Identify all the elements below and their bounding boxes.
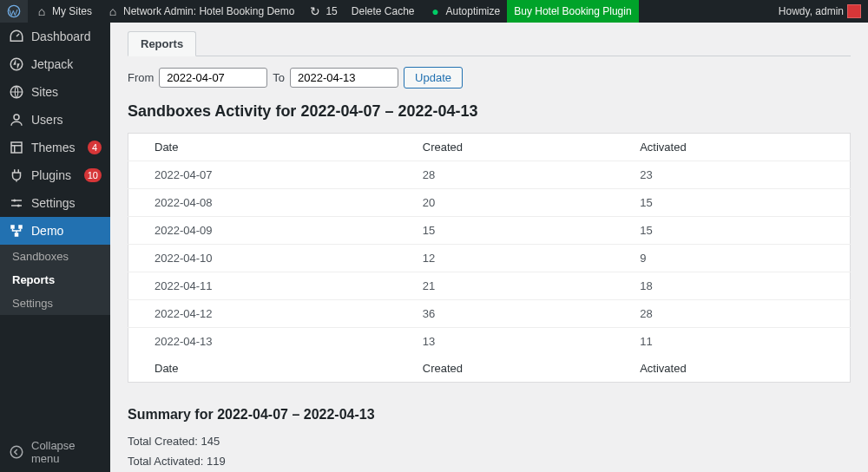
- table-row: 2022-04-123628: [128, 300, 851, 328]
- collapse-menu[interactable]: Collapse menu: [0, 432, 110, 472]
- cell-activated: 15: [614, 189, 850, 217]
- sidebar-item-label: Demo: [31, 224, 102, 238]
- sidebar-item-demo[interactable]: Demo: [0, 217, 110, 245]
- svg-point-10: [10, 446, 23, 458]
- wordpress-icon: [7, 4, 21, 18]
- howdy-text: Howdy, admin: [779, 5, 844, 17]
- cell-date: 2022-04-13: [128, 328, 397, 356]
- update-badge: 4: [88, 141, 102, 154]
- update-button[interactable]: Update: [404, 67, 463, 88]
- svg-point-6: [17, 205, 20, 207]
- sidebar-item-dashboard[interactable]: Dashboard: [0, 23, 110, 50]
- summary-heading: Summary for 2022-04-07 – 2022-04-13: [128, 407, 851, 423]
- foot-activated: Activated: [614, 355, 850, 383]
- svg-rect-8: [18, 225, 23, 229]
- cell-activated: 18: [614, 272, 850, 300]
- table-row: 2022-04-112118: [128, 272, 851, 300]
- cell-created: 12: [397, 245, 614, 272]
- sidebar-item-users[interactable]: Users: [0, 106, 110, 134]
- tab-reports[interactable]: Reports: [128, 31, 196, 56]
- table-row: 2022-04-082015: [128, 189, 851, 217]
- demo-icon: [9, 223, 24, 239]
- cell-date: 2022-04-07: [128, 161, 397, 189]
- col-created[interactable]: Created: [397, 134, 614, 161]
- cell-created: 21: [397, 272, 614, 300]
- sidebar-item-settings[interactable]: Settings: [0, 189, 110, 217]
- delete-cache[interactable]: Delete Cache: [345, 0, 422, 23]
- home-icon: ⌂: [106, 4, 120, 18]
- foot-created: Created: [397, 355, 614, 383]
- table-row: 2022-04-131311: [128, 328, 851, 356]
- svg-point-1: [10, 58, 23, 70]
- users-icon: [9, 112, 24, 128]
- svg-rect-4: [11, 142, 22, 153]
- cell-date: 2022-04-12: [128, 300, 397, 328]
- sidebar-item-sites[interactable]: Sites: [0, 78, 110, 106]
- cell-activated: 28: [614, 300, 850, 328]
- jetpack-icon: [9, 56, 24, 72]
- autoptimize[interactable]: ●Autoptimize: [422, 0, 508, 23]
- total-created: Total Created: 145: [128, 435, 851, 448]
- col-activated[interactable]: Activated: [614, 134, 850, 161]
- wp-logo[interactable]: [0, 0, 28, 23]
- sidebar-item-label: Sites: [31, 85, 102, 99]
- refresh-icon: ↻: [308, 4, 322, 18]
- sidebar-item-label: Users: [31, 113, 102, 127]
- cell-date: 2022-04-08: [128, 189, 397, 217]
- sidebar-item-plugins[interactable]: Plugins10: [0, 161, 110, 189]
- settings-icon: [9, 195, 24, 211]
- sidebar-item-label: Settings: [31, 196, 102, 210]
- network-admin[interactable]: ⌂Network Admin: Hotel Booking Demo: [99, 0, 301, 23]
- admin-sidebar: Dashboard Jetpack Sites Users Themes4 Pl…: [0, 23, 110, 472]
- cell-date: 2022-04-09: [128, 217, 397, 245]
- themes-icon: [9, 140, 24, 155]
- cell-date: 2022-04-10: [128, 245, 397, 272]
- sidebar-item-label: Jetpack: [31, 57, 102, 71]
- cell-created: 15: [397, 217, 614, 245]
- revisions-count: 15: [326, 5, 337, 17]
- cell-activated: 15: [614, 217, 850, 245]
- plugins-icon: [9, 167, 24, 183]
- svg-rect-7: [10, 225, 15, 229]
- sites-icon: ⌂: [35, 4, 49, 18]
- submenu-settings[interactable]: Settings: [0, 292, 110, 315]
- my-sites-label: My Sites: [52, 5, 92, 17]
- submenu-sandboxes[interactable]: Sandboxes: [0, 245, 110, 268]
- from-input[interactable]: [159, 68, 267, 88]
- activity-table: Date Created Activated 2022-04-072823202…: [128, 133, 851, 383]
- cell-activated: 11: [614, 328, 850, 356]
- sidebar-item-themes[interactable]: Themes4: [0, 134, 110, 161]
- revisions[interactable]: ↻15: [301, 0, 344, 23]
- buy-plugin-label: Buy Hotel Booking Plugin: [514, 5, 631, 17]
- cell-activated: 23: [614, 161, 850, 189]
- foot-date: Date: [128, 355, 397, 383]
- from-label: From: [128, 71, 154, 84]
- col-date[interactable]: Date: [128, 134, 397, 161]
- main-content: Reports From To Update Sandboxes Activit…: [110, 23, 868, 472]
- avatar: [847, 4, 861, 18]
- account-menu[interactable]: Howdy, admin: [772, 0, 868, 23]
- cell-date: 2022-04-11: [128, 272, 397, 300]
- sidebar-item-jetpack[interactable]: Jetpack: [0, 50, 110, 78]
- admin-shell: Dashboard Jetpack Sites Users Themes4 Pl…: [0, 23, 868, 472]
- table-row: 2022-04-091515: [128, 217, 851, 245]
- to-input[interactable]: [290, 68, 398, 88]
- my-sites[interactable]: ⌂My Sites: [28, 0, 99, 23]
- to-label: To: [273, 71, 285, 84]
- submenu-reports[interactable]: Reports: [0, 268, 110, 292]
- svg-rect-9: [15, 233, 19, 237]
- cell-activated: 9: [614, 245, 850, 272]
- cell-created: 28: [397, 161, 614, 189]
- autoptimize-label: Autoptimize: [446, 5, 501, 17]
- sidebar-item-label: Themes: [31, 141, 81, 154]
- buy-plugin-button[interactable]: Buy Hotel Booking Plugin: [507, 0, 638, 23]
- cell-created: 36: [397, 300, 614, 328]
- sidebar-item-label: Plugins: [31, 168, 77, 182]
- update-badge: 10: [84, 168, 102, 182]
- cell-created: 13: [397, 328, 614, 356]
- table-row: 2022-04-10129: [128, 245, 851, 272]
- collapse-label: Collapse menu: [31, 439, 102, 465]
- table-row: 2022-04-072823: [128, 161, 851, 189]
- network-admin-label: Network Admin: Hotel Booking Demo: [123, 5, 294, 17]
- delete-cache-label: Delete Cache: [352, 5, 415, 17]
